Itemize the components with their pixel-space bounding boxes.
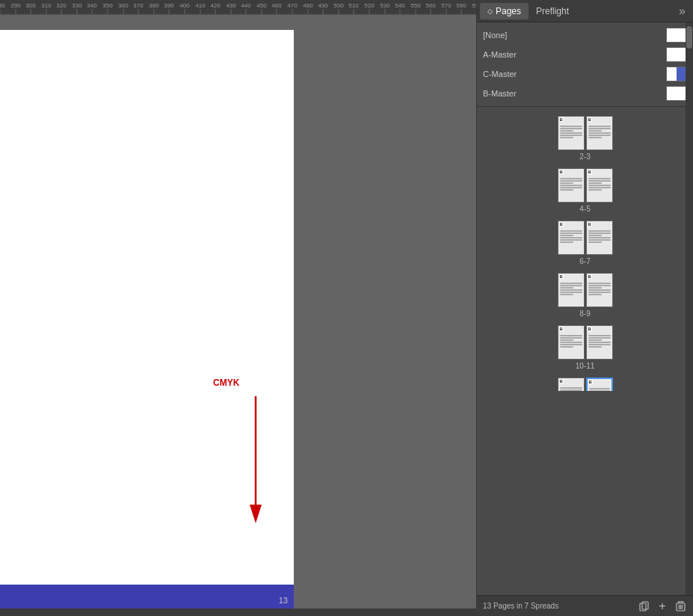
- spread-page-6-7-1[interactable]: B: [586, 221, 613, 255]
- spread-content-line: [560, 126, 582, 127]
- master-c-row[interactable]: C-Master: [477, 64, 693, 84]
- spread-content-line: [588, 189, 602, 191]
- spread-content-line: [588, 180, 611, 182]
- spreads-section: BB2-3BB4-5BB6-7BB8-9BB10-11BB1312-13: [477, 107, 693, 391]
- spread-item-8-9[interactable]: BB8-9: [555, 270, 616, 321]
- spread-content-line: [560, 130, 573, 132]
- spread-content-line: [588, 337, 611, 339]
- spread-page-content: [560, 126, 582, 138]
- spread-page-content: [560, 283, 582, 295]
- spread-item-6-7[interactable]: BB6-7: [555, 218, 616, 268]
- spread-item-2-3[interactable]: BB2-3: [555, 113, 616, 164]
- panel-more-button[interactable]: »: [674, 4, 690, 18]
- new-page-button[interactable]: +: [656, 600, 669, 613]
- spread-page-content: [589, 388, 610, 391]
- spread-content-line: [588, 285, 611, 286]
- spread-page-master-tag: B: [559, 379, 564, 384]
- spread-page-8-9-0[interactable]: B: [558, 273, 585, 307]
- spread-page-8-9-1[interactable]: B: [586, 273, 613, 307]
- spread-content-line: [560, 232, 582, 234]
- tab-preflight[interactable]: Preflight: [529, 3, 576, 19]
- spread-content-line: [588, 235, 602, 236]
- spread-page-content: [588, 126, 611, 138]
- spread-content-line: [588, 335, 611, 336]
- spread-content-line: [560, 335, 582, 336]
- spread-page-content: [588, 178, 611, 191]
- spread-item-10-11[interactable]: BB10-11: [555, 322, 616, 373]
- spread-page-12-13-0[interactable]: B: [558, 378, 585, 391]
- spread-page-master-tag: B: [588, 222, 592, 227]
- spread-content-line: [588, 178, 611, 179]
- master-none-label: [None]: [483, 31, 666, 40]
- svg-marker-1: [250, 505, 262, 523]
- spread-content-line: [588, 187, 611, 188]
- spread-page-master-tag: B: [559, 327, 564, 331]
- spread-content-line: [560, 178, 582, 179]
- spread-pages-6-7: BB: [558, 221, 613, 255]
- spread-content-line: [560, 132, 582, 134]
- spread-content-line: [560, 285, 582, 286]
- spread-page-10-11-1[interactable]: B: [586, 325, 613, 360]
- spread-content-line: [560, 389, 582, 391]
- spread-content-line: [560, 189, 573, 191]
- spread-page-4-5-1[interactable]: B: [586, 168, 613, 203]
- master-none-row[interactable]: [None]: [477, 25, 693, 45]
- spread-content-line: [560, 387, 582, 389]
- spread-pages-10-11: BB: [558, 325, 613, 360]
- spread-content-line: [560, 185, 582, 186]
- spread-page-master-tag: B: [559, 117, 564, 122]
- page-count-label: 13 Pages in 7 Spreads: [483, 602, 633, 610]
- spread-content-line: [588, 230, 611, 232]
- master-none-thumb: [666, 28, 687, 43]
- spread-page-content: [588, 230, 611, 243]
- spread-page-4-5-0[interactable]: B: [558, 168, 585, 203]
- spread-content-line: [560, 180, 582, 182]
- spread-content-line: [588, 283, 611, 284]
- spread-page-master-tag: B: [559, 222, 564, 227]
- master-b-row[interactable]: B-Master: [477, 84, 693, 103]
- spread-pages-4-5: BB: [558, 168, 613, 203]
- spread-content-line: [560, 187, 582, 188]
- spread-content-line: [560, 292, 582, 293]
- spread-content-line: [560, 135, 582, 136]
- spread-page-12-13-1[interactable]: B13: [586, 378, 613, 391]
- master-c-label: C-Master: [483, 70, 666, 78]
- spread-content-line: [560, 289, 582, 291]
- spread-content-line: [560, 128, 582, 129]
- trash-icon: [676, 601, 686, 612]
- spread-content-line: [588, 339, 602, 341]
- ruler-content: [0, 0, 476, 15]
- new-page-icon: +: [659, 600, 665, 612]
- panel-scrollbar[interactable]: [686, 22, 693, 595]
- spread-pages-12-13: BB13: [558, 378, 613, 391]
- delete-page-button[interactable]: [674, 600, 687, 613]
- spread-page-2-3-1[interactable]: B: [586, 116, 613, 150]
- spread-content-line: [588, 346, 602, 348]
- panel-scrollbar-thumb[interactable]: [686, 26, 692, 49]
- spread-content-line: [588, 294, 602, 295]
- spread-content-line: [560, 346, 573, 348]
- spread-item-4-5[interactable]: BB4-5: [555, 165, 616, 216]
- spread-page-2-3-0[interactable]: B: [558, 116, 585, 150]
- spread-content-line: [588, 292, 611, 293]
- spread-content-line: [560, 287, 573, 289]
- duplicate-spread-button[interactable]: [638, 600, 651, 613]
- spread-label-text: 4-5: [579, 205, 590, 213]
- spread-page-6-7-0[interactable]: B: [558, 221, 585, 255]
- spread-page-10-11-0[interactable]: B: [558, 325, 585, 360]
- spread-content-line: [588, 344, 611, 345]
- spread-item-12-13[interactable]: BB1312-13: [555, 375, 616, 391]
- spread-content-line: [560, 182, 573, 184]
- page-container: CMYK 13: [0, 30, 294, 616]
- master-a-row[interactable]: A-Master: [477, 45, 693, 64]
- masters-section: [None] A-Master C-Master B-Master: [477, 22, 693, 107]
- panel-tabs-bar: ◇ Pages Preflight »: [477, 0, 693, 22]
- page-number: 13: [279, 596, 288, 605]
- tab-pages[interactable]: ◇ Pages: [480, 3, 529, 19]
- spread-label-text: 6-7: [579, 257, 590, 265]
- document-page: CMYK: [0, 30, 294, 585]
- spread-content-line: [560, 237, 582, 238]
- canvas-scrollbar-horizontal[interactable]: [0, 609, 477, 616]
- spread-content-line: [560, 241, 573, 243]
- spread-content-line: [560, 344, 582, 345]
